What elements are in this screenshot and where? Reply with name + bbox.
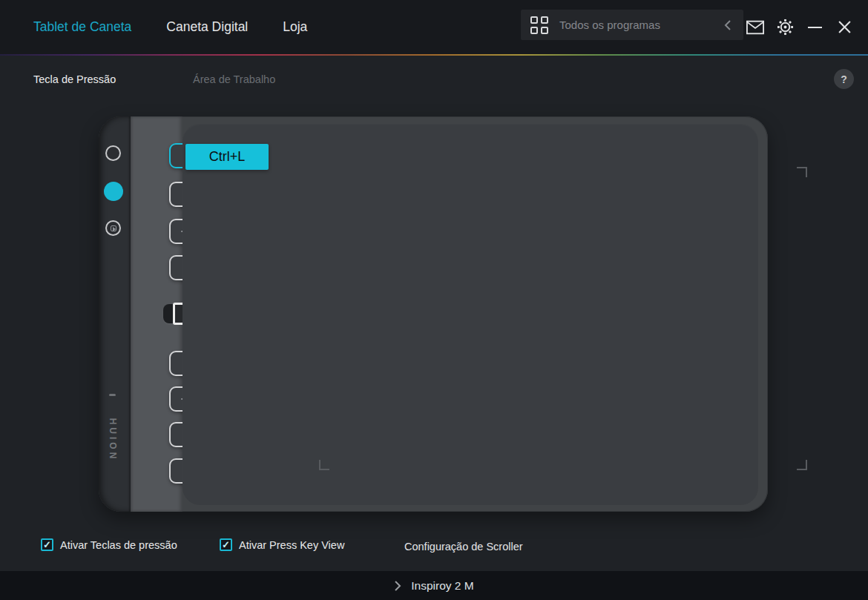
brand-logo: HUION xyxy=(108,403,118,477)
tab-working-area[interactable]: Área de Trabalho xyxy=(193,73,275,85)
device-bar[interactable]: Inspiroy 2 M xyxy=(0,571,868,600)
assigned-key-label[interactable]: Ctrl+L xyxy=(185,144,269,170)
corner-mark-bottom-right xyxy=(797,460,807,470)
device-name: Inspiroy 2 M xyxy=(411,579,473,593)
corner-mark-top-right xyxy=(797,167,807,177)
enable-press-key-view-label: Ativar Press Key View xyxy=(239,539,344,551)
title-bar: Tablet de Caneta Caneta Digital Loja Tod… xyxy=(0,0,868,54)
close-icon[interactable] xyxy=(835,19,853,36)
power-dash-icon xyxy=(109,394,116,396)
all-programs-grid-icon xyxy=(530,16,548,34)
scroller-config-link[interactable]: Configuração de Scroller xyxy=(404,541,523,553)
enable-press-key-view-checkbox[interactable]: ✓ xyxy=(220,538,232,551)
press-key-column xyxy=(131,116,183,512)
program-selector[interactable]: Todos os programas xyxy=(521,10,743,40)
option-enable-press-keys: ✓ Ativar Teclas de pressão xyxy=(41,538,177,551)
corner-mark-bottom-left xyxy=(319,460,329,470)
enable-press-keys-checkbox[interactable]: ✓ xyxy=(41,538,53,551)
tablet-side-strip: HUION xyxy=(99,116,131,512)
indicator-radio-top[interactable] xyxy=(105,145,121,161)
enable-press-keys-label: Ativar Teclas de pressão xyxy=(60,539,177,551)
help-icon[interactable]: ? xyxy=(834,69,854,89)
settings-tab-row: Tecla de Pressão Área de Trabalho ? xyxy=(0,56,868,103)
window-controls xyxy=(746,0,853,54)
gear-icon[interactable] xyxy=(776,19,794,36)
indicator-radio-bottom[interactable] xyxy=(105,220,121,236)
mail-icon[interactable] xyxy=(746,19,764,36)
chevron-left-icon[interactable] xyxy=(724,19,731,31)
chevron-right-icon xyxy=(394,580,401,592)
play-triangle-icon xyxy=(113,227,116,231)
option-enable-press-key-view: ✓ Ativar Press Key View xyxy=(220,538,344,551)
tablet-work-surface xyxy=(183,124,758,505)
nav-store[interactable]: Loja xyxy=(283,19,307,35)
program-selector-label: Todos os programas xyxy=(559,19,724,31)
tablet-illustration: HUION Ctrl+L xyxy=(99,116,768,512)
nav-tablet-pen[interactable]: Tablet de Caneta xyxy=(33,19,131,35)
minimize-icon[interactable] xyxy=(806,19,823,36)
main-nav: Tablet de Caneta Caneta Digital Loja xyxy=(33,0,307,54)
tab-press-key[interactable]: Tecla de Pressão xyxy=(33,73,116,85)
nav-digital-pen[interactable]: Caneta Digital xyxy=(166,19,248,35)
indicator-radio-selected[interactable] xyxy=(104,182,123,201)
